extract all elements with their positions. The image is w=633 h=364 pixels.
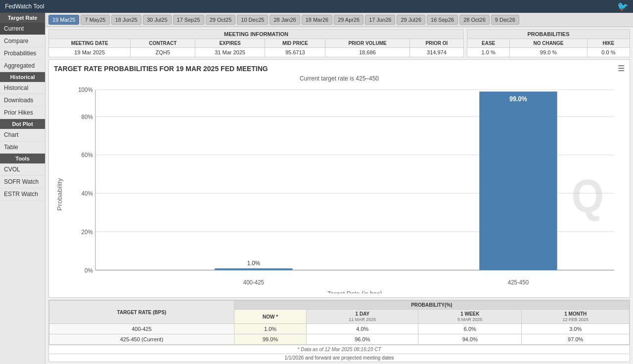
- tab-29oct25[interactable]: 29 Oct25: [206, 15, 236, 25]
- col-ease: EASE: [467, 39, 510, 48]
- twitter-icon[interactable]: 🐦: [617, 1, 628, 12]
- cell-1day-2: 96.0%: [307, 334, 418, 345]
- col-meeting-date: MEETING DATE: [49, 39, 131, 48]
- svg-text:40%: 40%: [82, 190, 93, 198]
- tab-9dec26[interactable]: 9 Dec26: [491, 15, 519, 25]
- sidebar-header-historical[interactable]: Historical: [0, 72, 45, 82]
- chart-area: TARGET RATE PROBABILITIES FOR 19 MAR 202…: [48, 59, 630, 298]
- svg-text:60%: 60%: [82, 152, 93, 159]
- sidebar-item-sofr-watch[interactable]: SOFR Watch: [0, 176, 45, 188]
- col-now: NOW *: [234, 310, 307, 324]
- tab-17sep25[interactable]: 17 Sep25: [173, 15, 204, 25]
- col-contract: CONTRACT: [131, 39, 195, 48]
- svg-text:400-425: 400-425: [243, 279, 264, 286]
- sidebar-item-table[interactable]: Table: [0, 141, 45, 154]
- cell-now-2: 99.0%: [234, 334, 307, 345]
- chart-menu-icon[interactable]: ☰: [618, 64, 625, 73]
- cell-1month-1: 3.0%: [522, 324, 630, 334]
- tab-7may25[interactable]: 7 May25: [81, 15, 109, 25]
- svg-text:20%: 20%: [82, 228, 93, 236]
- sidebar: Target Rate Current Compare Probabilitie…: [0, 13, 45, 364]
- svg-text:425-450: 425-450: [508, 279, 529, 286]
- chart-title: TARGET RATE PROBABILITIES FOR 19 MAR 202…: [54, 65, 268, 73]
- sidebar-item-estr-watch[interactable]: ESTR Watch: [0, 188, 45, 201]
- bottom-table: TARGET RATE (BPS) PROBABILITY(%) NOW * 1…: [48, 300, 630, 362]
- sidebar-item-historical[interactable]: Historical: [0, 82, 45, 94]
- table-row: 425-450 (Current) 99.0% 96.0% 94.0% 97.0…: [49, 334, 630, 345]
- chart-subtitle: Current target rate is 425–450: [54, 75, 625, 82]
- bar-400-425: [215, 268, 292, 270]
- tab-17jun26[interactable]: 17 Jun26: [365, 15, 395, 25]
- col-target-rate-bps: TARGET RATE (BPS): [49, 301, 234, 324]
- footnote: * Data as of 12 Mar 2025 08:16:23 CT: [49, 345, 630, 354]
- sidebar-header-dot-plot[interactable]: Dot Plot: [0, 119, 45, 129]
- col-expires: EXPIRES: [195, 39, 265, 48]
- sidebar-item-current[interactable]: Current: [0, 23, 45, 35]
- col-prior-oi: PRIOR OI: [409, 39, 463, 48]
- sidebar-item-compare[interactable]: Compare: [0, 35, 45, 47]
- tab-10dec25[interactable]: 10 Dec25: [237, 15, 268, 25]
- cell-no-change: 99.0 %: [510, 48, 587, 57]
- col-1week: 1 WEEK5 MAR 2025: [418, 310, 522, 324]
- cell-meeting-date: 19 Mar 2025: [49, 48, 131, 57]
- sidebar-header-tools[interactable]: Tools: [0, 154, 45, 163]
- col-mid-price: MID PRICE: [265, 39, 325, 48]
- cell-mid-price: 95.6713: [265, 48, 325, 57]
- col-prior-volume: PRIOR VOLUME: [325, 39, 409, 48]
- cell-rate-1: 400-425: [49, 324, 234, 334]
- bar-425-450: [479, 91, 557, 270]
- sidebar-header-target-rate[interactable]: Target Rate: [0, 13, 45, 23]
- meeting-table: MEETING INFORMATION MEETING DATE CONTRAC…: [48, 29, 464, 57]
- sidebar-item-chart[interactable]: Chart: [0, 129, 45, 141]
- svg-text:80%: 80%: [82, 113, 93, 121]
- svg-text:0%: 0%: [85, 267, 93, 274]
- col-1month: 1 MONTH12 FEB 2025: [522, 310, 630, 324]
- cell-hike: 0.0 %: [587, 48, 630, 57]
- cell-contract: ZQH5: [131, 48, 195, 57]
- svg-text:Probability: Probability: [56, 178, 63, 210]
- cell-now-1: 1.0%: [234, 324, 307, 334]
- table-row: 400-425 1.0% 4.0% 6.0% 3.0%: [49, 324, 630, 334]
- tab-18mar26[interactable]: 18 Mar26: [302, 15, 332, 25]
- tab-29apr26[interactable]: 29 Apr26: [334, 15, 363, 25]
- cell-ease: 1.0 %: [467, 48, 510, 57]
- probabilities-header: PROBABILITIES: [467, 30, 630, 39]
- probabilities-table: PROBABILITIES EASE NO CHANGE HIKE 1.0 %: [467, 29, 630, 57]
- svg-text:Target Rate (in bps): Target Rate (in bps): [327, 290, 382, 293]
- meeting-info-header: MEETING INFORMATION: [49, 30, 463, 39]
- sidebar-item-aggregated[interactable]: Aggregated: [0, 60, 45, 72]
- content-area: 19 Mar25 7 May25 18 Jun25 30 Jul25 17 Se…: [45, 13, 633, 364]
- tab-18jun25[interactable]: 18 Jun25: [111, 15, 141, 25]
- app-title: FedWatch Tool: [5, 3, 44, 10]
- cell-1day-1: 4.0%: [307, 324, 418, 334]
- cell-prior-volume: 18,686: [325, 48, 409, 57]
- cell-1week-1: 6.0%: [418, 324, 522, 334]
- chart-svg: Probability 0% 20% 40%: [54, 84, 625, 293]
- cell-expires: 31 Mar 2025: [195, 48, 265, 57]
- meeting-info-section: MEETING INFORMATION MEETING DATE CONTRAC…: [48, 29, 630, 57]
- projected-note: 1/1/2026 and forward are projected meeti…: [49, 354, 630, 362]
- sidebar-item-probabilities[interactable]: Probabilities: [0, 47, 45, 60]
- tab-19mar25[interactable]: 19 Mar25: [48, 15, 79, 25]
- meeting-info-row: 19 Mar 2025 ZQH5 31 Mar 2025 95.6713 18,…: [49, 48, 463, 57]
- svg-text:Q: Q: [572, 170, 604, 222]
- svg-text:99.0%: 99.0%: [509, 95, 527, 103]
- tab-16sep26[interactable]: 16 Sep26: [427, 15, 458, 25]
- app-header: FedWatch Tool 🐦: [0, 0, 633, 13]
- meeting-tabs: 19 Mar25 7 May25 18 Jun25 30 Jul25 17 Se…: [45, 13, 633, 27]
- tab-29jul26[interactable]: 29 Jul26: [397, 15, 425, 25]
- col-1day: 1 DAY11 MAR 2025: [307, 310, 418, 324]
- prob-row: 1.0 % 99.0 % 0.0 %: [467, 48, 630, 57]
- prob-header: PROBABILITY(%): [234, 301, 629, 310]
- sidebar-item-cvol[interactable]: CVOL: [0, 163, 45, 176]
- cell-rate-2: 425-450 (Current): [49, 334, 234, 345]
- col-no-change: NO CHANGE: [510, 39, 587, 48]
- tab-28jan26[interactable]: 28 Jan26: [270, 15, 300, 25]
- tab-30jul25[interactable]: 30 Jul25: [143, 15, 172, 25]
- cell-1week-2: 94.0%: [418, 334, 522, 345]
- tab-28oct26[interactable]: 28 Oct26: [459, 15, 490, 25]
- svg-text:100%: 100%: [78, 86, 93, 94]
- svg-text:1.0%: 1.0%: [247, 260, 260, 267]
- sidebar-item-downloads[interactable]: Downloads: [0, 94, 45, 107]
- sidebar-item-prior-hikes[interactable]: Prior Hikes: [0, 107, 45, 119]
